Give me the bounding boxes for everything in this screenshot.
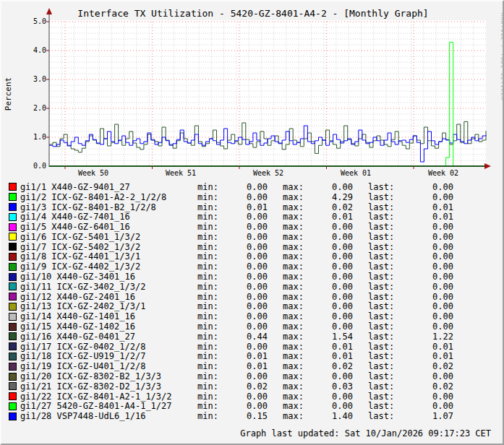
legend-row: gi1/14 X440-GZ-1401_16min:0.00max:0.00la… [1, 311, 504, 321]
max-value: 0.00 [304, 321, 353, 332]
min-label: min: [197, 182, 218, 192]
min-label: min: [197, 332, 218, 342]
series-color-swatch [9, 203, 17, 211]
legend-row: gi1/21 ICX-GZ-8302-D2_1/3/3min:0.02max:0… [1, 381, 504, 392]
max-label: max: [283, 292, 304, 302]
last-value: 0.00 [394, 311, 453, 321]
last-label: last: [368, 411, 394, 421]
series-color-swatch [9, 392, 17, 400]
interface-label: gi1/12 X440-GZ-2401_16 [20, 292, 197, 302]
last-label: last: [368, 212, 394, 222]
interface-label: gi1/16 X440-GZ-0401_27 [20, 332, 197, 342]
last-label: last: [368, 272, 394, 282]
max-label: max: [283, 182, 304, 192]
x-tick-week02: Week 02 [428, 169, 458, 177]
last-label: last: [368, 262, 394, 272]
min-label: min: [197, 371, 218, 381]
last-value: 0.00 [394, 222, 453, 232]
interface-label: gi1/9 ICX-GZ-4402_1/3/2 [20, 262, 197, 272]
max-label: max: [283, 401, 304, 411]
max-value: 0.00 [304, 242, 353, 252]
last-label: last: [368, 381, 394, 392]
legend-row: gi1/7 ICX-GZ-5402_1/3/2min:0.00max:0.00l… [1, 242, 504, 252]
max-label: max: [283, 342, 304, 352]
min-value: 0.01 [218, 361, 268, 371]
last-value: 0.01 [394, 202, 453, 212]
min-label: min: [197, 392, 218, 402]
series-color-swatch [9, 382, 17, 390]
min-value: 0.00 [218, 392, 268, 402]
last-value: 0.01 [394, 342, 453, 352]
max-label: max: [283, 282, 304, 292]
interface-label: gi1/19 ICX-GZ-U401_1/2/8 [20, 361, 197, 371]
max-value: 0.00 [304, 182, 353, 192]
min-value: 0.02 [218, 381, 268, 392]
series-color-swatch [9, 373, 17, 381]
interface-label: gi1/5 X440-GZ-6401_16 [20, 222, 197, 232]
min-label: min: [197, 401, 218, 411]
last-label: last: [368, 371, 394, 381]
series-color-swatch [9, 323, 17, 331]
last-label: last: [368, 182, 394, 192]
last-value: 1.07 [394, 411, 453, 421]
last-value: 0.00 [394, 182, 453, 192]
max-value: 0.01 [304, 212, 353, 222]
min-label: min: [197, 212, 218, 222]
legend-row: gi1/13 ICX-GZ-2402_1/3/1min:0.00max:0.00… [1, 302, 504, 312]
last-value: 1.22 [394, 332, 453, 342]
graph-title: Interface TX Utilization - 5420-GZ-8401-… [77, 8, 428, 19]
series-color-swatch [9, 253, 17, 261]
min-value: 0.00 [218, 222, 268, 232]
interface-label: gi1/14 X440-GZ-1401_16 [20, 311, 197, 321]
legend-row: gi1/10 X440-GZ-3401_16min:0.00max:0.00la… [1, 272, 504, 282]
utilization-graph: Interface TX Utilization - 5420-GZ-8401-… [1, 1, 504, 181]
last-value: 0.00 [394, 392, 453, 402]
min-label: min: [197, 251, 218, 262]
y-tick-2: 2.0 [33, 104, 46, 112]
legend-row: gi1/3 ICX-GZ-8401-B2_1/2/8min:0.01max:0.… [1, 202, 504, 212]
series-color-swatch [9, 223, 17, 231]
max-label: max: [283, 392, 304, 402]
max-value: 0.00 [304, 301, 353, 311]
last-label: last: [368, 202, 394, 212]
x-tick-week52: Week 52 [253, 169, 283, 177]
max-value: 0.00 [304, 401, 353, 411]
min-label: min: [197, 222, 218, 232]
interface-label: gi1/17 ICX-GZ-0402_1/2/8 [20, 342, 197, 352]
series-color-swatch [9, 273, 17, 281]
last-label: last: [368, 242, 394, 252]
series-color-swatch [9, 353, 17, 360]
last-label: last: [368, 392, 394, 402]
max-label: max: [283, 311, 304, 321]
last-label: last: [368, 351, 394, 361]
x-tick-week51: Week 51 [166, 169, 196, 177]
min-label: min: [197, 361, 218, 371]
legend-row: gi1/2 ICX-GZ-8401-A2-2_1/2/8min:0.00max:… [1, 192, 504, 202]
last-label: last: [368, 332, 394, 342]
legend-row: gi1/16 X440-GZ-0401_27min:0.44max:1.54la… [1, 332, 504, 342]
last-label: last: [368, 232, 394, 242]
min-label: min: [197, 292, 218, 302]
min-value: 0.00 [218, 182, 268, 192]
last-label: last: [368, 321, 394, 332]
last-value: 0.00 [394, 262, 453, 272]
series-color-swatch [9, 313, 17, 321]
max-value: 0.00 [304, 311, 353, 321]
min-label: min: [197, 272, 218, 282]
min-label: min: [197, 351, 218, 361]
max-value: 0.00 [304, 282, 353, 292]
x-tick-week50: Week 50 [78, 169, 108, 177]
series-color-swatch [9, 213, 17, 221]
series-color-swatch [9, 332, 17, 340]
y-tick-5: 5.0 [33, 17, 46, 25]
max-value: 0.02 [304, 361, 353, 371]
x-tick-week01: Week 01 [341, 169, 371, 177]
max-value: 1.54 [304, 332, 353, 342]
max-value: 4.29 [304, 192, 353, 202]
min-value: 0.15 [218, 411, 268, 421]
max-value: 0.03 [304, 381, 353, 392]
last-value: 0.00 [394, 371, 453, 381]
min-value: 0.00 [218, 232, 268, 242]
last-label: last: [368, 301, 394, 311]
last-value: 0.00 [394, 301, 453, 311]
